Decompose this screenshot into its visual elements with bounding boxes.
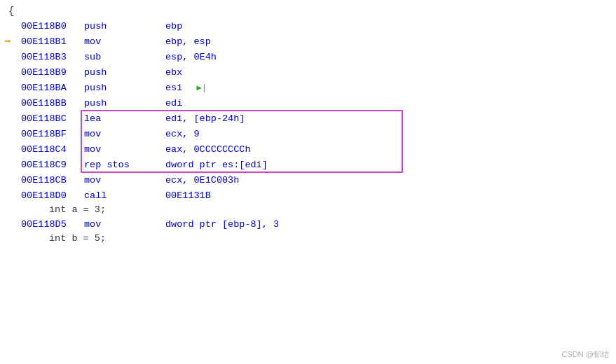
address: 00E118C4: [15, 144, 78, 155]
operands: dword ptr [ebp-8], 3: [149, 219, 616, 230]
operands: ecx, 9: [149, 129, 616, 139]
address: 00E118BA: [15, 83, 78, 93]
operands: ecx, 0E1C003h: [149, 175, 616, 186]
address: 00E118C9: [15, 160, 78, 170]
operands: eax, 0CCCCCCCCh: [149, 144, 616, 155]
address: 00E118B1: [15, 36, 78, 47]
mnemonic: sub: [78, 52, 149, 62]
address: 00E118B0: [15, 21, 78, 31]
table-row: 00E118B9 push ebx: [0, 64, 616, 80]
operands: dword ptr es:[edi]: [149, 160, 616, 170]
operands: esp, 0E4h: [149, 52, 616, 62]
address: 00E118B3: [15, 52, 78, 62]
mnemonic: mov: [78, 175, 149, 186]
mnemonic: rep stos: [78, 160, 149, 170]
mnemonic: push: [78, 67, 149, 78]
mnemonic: mov: [78, 219, 149, 230]
table-row: 00E118D5 mov dword ptr [ebp-8], 3: [0, 216, 616, 232]
operands: esi ▶|: [149, 83, 616, 93]
operands: 00E1131B: [149, 190, 616, 201]
table-row: 00E118C4 mov eax, 0CCCCCCCCh: [0, 141, 616, 157]
address: 00E118D5: [15, 219, 78, 230]
address: 00E118D0: [15, 190, 78, 201]
mnemonic: mov: [78, 144, 149, 155]
mnemonic: push: [78, 21, 149, 31]
table-row: 00E118C9 rep stos dword ptr es:[edi]: [0, 157, 616, 172]
opening-brace: {: [0, 4, 616, 18]
mnemonic: mov: [78, 36, 149, 47]
table-row: ➡ 00E118B1 mov ebp, esp: [0, 34, 616, 49]
operands: ebp: [149, 21, 616, 31]
current-arrow: ➡: [0, 34, 15, 48]
operands: ebp, esp: [149, 36, 616, 47]
mnemonic: push: [78, 98, 149, 108]
source-line: int a = 3;: [0, 203, 616, 216]
arrow-icon: ➡: [4, 34, 11, 48]
mnemonic: call: [78, 190, 149, 201]
operands: edi: [149, 98, 616, 108]
operands: ebx: [149, 67, 616, 78]
watermark: CSDN @郁结: [562, 349, 609, 360]
table-row: 00E118CB mov ecx, 0E1C003h: [0, 172, 616, 188]
mnemonic: lea: [78, 113, 149, 124]
address: 00E118BF: [15, 129, 78, 139]
address: 00E118BC: [15, 113, 78, 124]
table-row: 00E118BF mov ecx, 9: [0, 126, 616, 141]
table-row: 00E118BC lea edi, [ebp-24h]: [0, 111, 616, 126]
table-row: 00E118BB push edi: [0, 95, 616, 111]
table-row: 00E118B3 sub esp, 0E4h: [0, 49, 616, 64]
mnemonic: push: [78, 83, 149, 93]
source-line-2: int b = 5;: [0, 232, 616, 245]
operands: edi, [ebp-24h]: [149, 113, 616, 124]
table-row: 00E118D0 call 00E1131B: [0, 188, 616, 203]
address: 00E118CB: [15, 175, 78, 186]
address: 00E118BB: [15, 98, 78, 108]
table-row: 00E118B0 push ebp: [0, 18, 616, 34]
address: 00E118B9: [15, 67, 78, 78]
play-icon: ▶|: [197, 83, 207, 93]
code-container: { 00E118B0 push ebp ➡ 00E118B1 mov ebp, …: [0, 0, 616, 364]
table-row: 00E118BA push esi ▶|: [0, 80, 616, 95]
mnemonic: mov: [78, 129, 149, 139]
